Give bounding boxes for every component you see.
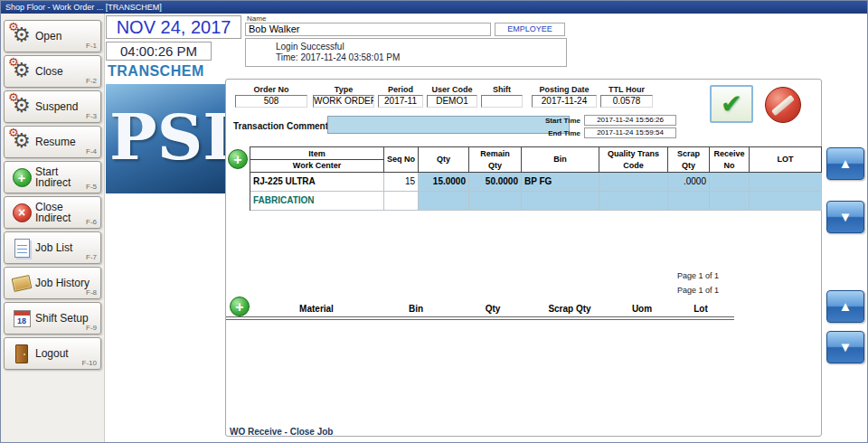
materials-col-qty: Qty [452, 302, 533, 316]
fkey-label: F-1 [86, 42, 97, 50]
qty-cell[interactable] [419, 192, 469, 211]
field-type: Type WORK ORDER [313, 85, 374, 108]
materials-page-indicator: Page 1 of 1 [588, 286, 719, 295]
fkey-label: F-4 [86, 147, 97, 156]
sidebar-button-close-indirect[interactable]: Close Indirect F-6 [4, 196, 101, 229]
materials-scroll-up-button[interactable] [826, 290, 864, 323]
seqno-cell[interactable] [384, 192, 419, 211]
sidebar-button-label: Resume [35, 137, 97, 147]
confirm-button[interactable] [710, 85, 753, 123]
seqno-cell[interactable]: 15 [384, 173, 419, 192]
user-code-value: DEMO1 [427, 95, 477, 108]
end-time-label: End Time [532, 129, 580, 137]
end-time-value: 2017-11-24 15:59:54 [584, 127, 676, 138]
items-scroll-up-button[interactable] [826, 147, 864, 180]
login-time-text: Time: 2017-11-24 03:58:01 PM [276, 52, 400, 63]
qualitycode-cell[interactable] [599, 173, 668, 192]
sidebar-button-label: Logout [35, 348, 97, 359]
sidebar-button-shift-setup[interactable]: 18 Shift Setup F-9 [4, 302, 101, 335]
receiveno-cell[interactable] [710, 192, 750, 211]
materials-col-scrap-qty: Scrap Qty [533, 302, 606, 316]
window-title: Shop Floor - Work Order ... [TRANSCHEM] [5, 3, 162, 12]
sidebar-button-resume[interactable]: Resume F-4 [4, 126, 101, 158]
company-name: TRANSCHEM [108, 63, 204, 80]
window-titlebar: Shop Floor - Work Order ... [TRANSCHEM] [1, 1, 867, 14]
sidebar-button-label: Open [35, 31, 97, 42]
sidebar: Open F-1 Close F-2 Suspend F-3 Resume F-… [1, 14, 105, 442]
gears-icon [10, 95, 33, 118]
sidebar-button-label: Shift Setup [35, 313, 97, 324]
calendar-icon: 18 [14, 310, 31, 327]
transaction-comment-label: Transaction Comment [233, 121, 328, 131]
employee-badge: EMPLOYEE [495, 23, 565, 36]
fkey-label: F-7 [86, 253, 97, 261]
field-shift: Shift [481, 85, 523, 108]
remainqty-cell[interactable] [469, 192, 522, 211]
col-header-quality-trans-code: Quality TransCode [599, 147, 668, 173]
sidebar-button-logout[interactable]: Logout F-10 [4, 337, 101, 370]
qty-cell[interactable]: 15.0000 [419, 173, 469, 192]
status-bar-text: WO Receive - Close Job [230, 427, 333, 437]
materials-col-uom: Uom [606, 302, 678, 316]
app-window: Shop Floor - Work Order ... [TRANSCHEM] … [0, 0, 868, 443]
col-header-item: Item Work Center [250, 147, 384, 173]
fkey-label: F-10 [82, 359, 97, 367]
bin-cell[interactable] [522, 192, 599, 211]
col-header-lot: LOT [750, 147, 822, 173]
materials-col-bin: Bin [380, 302, 452, 316]
name-field[interactable]: Bob Walker [245, 23, 491, 36]
sidebar-button-job-history[interactable]: Job History F-8 [4, 267, 101, 299]
sidebar-button-open[interactable]: Open F-1 [4, 20, 101, 52]
cancel-button[interactable] [765, 87, 801, 123]
users-icon [250, 42, 271, 62]
item-cell[interactable]: RJ-225 ULTRA [250, 173, 384, 192]
start-time-label: Start Time [532, 117, 580, 125]
col-header-scrap-qty: ScrapQty [668, 147, 710, 173]
time-display: 04:00:26 PM [106, 42, 212, 61]
type-value: WORK ORDER [313, 95, 374, 108]
sidebar-button-job-list[interactable]: Job List F-7 [4, 231, 101, 264]
materials-scroll-down-button[interactable] [826, 331, 864, 363]
field-period: Period 2017-11 [378, 85, 423, 108]
scrapqty-cell[interactable] [668, 192, 710, 211]
posting-date-value: 2017-11-24 [532, 95, 597, 108]
sidebar-button-label: Job History [35, 278, 97, 288]
sidebar-button-label: Job List [35, 242, 97, 253]
items-scroll-down-button[interactable] [826, 201, 864, 233]
col-header-remain-qty: RemainQty [469, 147, 522, 173]
sidebar-button-close[interactable]: Close F-2 [4, 55, 101, 88]
qualitycode-cell[interactable] [599, 192, 668, 211]
col-header-receive-no: ReceiveNo [710, 147, 750, 173]
bin-cell[interactable]: BP FG [522, 173, 599, 192]
field-posting-date: Posting Date 2017-11-24 [532, 85, 597, 108]
sidebar-button-start-indirect[interactable]: Start Indirect F-5 [4, 161, 101, 193]
sidebar-button-label: Close [35, 66, 97, 77]
history-icon [12, 275, 33, 292]
period-value: 2017-11 [378, 95, 423, 108]
remainqty-cell[interactable]: 50.0000 [469, 173, 522, 192]
gears-icon [10, 60, 33, 83]
gears-icon [10, 130, 33, 154]
sidebar-button-suspend[interactable]: Suspend F-3 [4, 90, 101, 123]
order-no-value: 508 [235, 95, 307, 108]
start-time-value: 2017-11-24 15:56:26 [584, 115, 676, 126]
calendar-day-label: 18 [14, 316, 30, 325]
fkey-label: F-8 [86, 288, 97, 297]
login-message-box: Login Successful Time: 2017-11-24 03:58:… [245, 38, 567, 67]
door-icon [15, 344, 28, 363]
fkey-label: F-2 [86, 77, 97, 85]
field-user-code: User Code DEMO1 [427, 85, 477, 108]
materials-col-lot: Lot [678, 302, 723, 316]
lot-cell[interactable] [750, 173, 822, 192]
field-ttl-hour: TTL Hour 0.0578 [600, 85, 653, 108]
work-center-cell[interactable]: FABRICATION [250, 192, 384, 211]
fkey-label: F-6 [86, 218, 97, 226]
add-item-button[interactable] [228, 149, 248, 169]
receiveno-cell[interactable] [710, 173, 750, 192]
col-header-bin: Bin [522, 147, 599, 173]
gears-icon [10, 24, 33, 48]
lot-cell[interactable] [750, 192, 822, 211]
col-header-qty: Qty [419, 147, 469, 173]
scrapqty-cell[interactable]: .0000 [668, 173, 710, 192]
document-icon [14, 239, 30, 258]
